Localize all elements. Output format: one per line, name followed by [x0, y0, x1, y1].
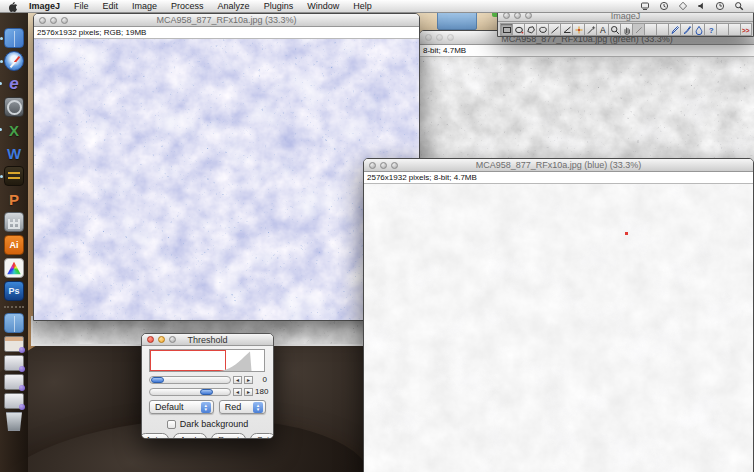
green-window-lights	[425, 34, 454, 41]
tool-polygon[interactable]	[524, 23, 536, 36]
zoom-icon[interactable]	[169, 336, 176, 343]
close-icon[interactable]	[147, 336, 154, 343]
menu-image[interactable]: Image	[125, 0, 164, 12]
tool-rectangle[interactable]	[500, 23, 512, 36]
menu-imagej[interactable]: ImageJ	[22, 0, 67, 12]
dock-tools[interactable]	[4, 166, 24, 186]
stepper-icon: ▴▾	[201, 402, 211, 413]
volume-icon[interactable]	[697, 1, 706, 11]
blue-window-titlebar[interactable]: MCA958_877_RFx10a.jpg (blue) (33.3%)	[364, 159, 753, 172]
dock-finder[interactable]	[4, 28, 24, 48]
close-icon[interactable]	[503, 12, 510, 19]
spotlight-icon[interactable]	[734, 1, 744, 11]
zoom-icon[interactable]	[391, 162, 398, 169]
auto-button[interactable]: Auto	[141, 433, 169, 439]
set-button[interactable]: Set	[250, 433, 274, 439]
minimize-icon[interactable]	[436, 34, 443, 41]
close-icon[interactable]	[39, 17, 46, 24]
dock-calculator[interactable]	[4, 212, 24, 232]
minimize-icon[interactable]	[158, 336, 165, 343]
clock-icon[interactable]	[659, 1, 669, 11]
dock-minimized-window-2[interactable]	[4, 355, 24, 371]
tool-angle[interactable]	[560, 23, 572, 36]
tool-droplet[interactable]	[692, 23, 704, 36]
tool-blank-3[interactable]	[716, 23, 728, 36]
upper-threshold-slider[interactable]	[149, 376, 231, 384]
dock-excel[interactable]: X	[4, 120, 24, 140]
tool-brush[interactable]	[680, 23, 692, 36]
tool-blank-4[interactable]	[728, 23, 740, 36]
dock-safari[interactable]	[4, 51, 24, 71]
tool-wand[interactable]	[584, 23, 596, 36]
blue-channel-image[interactable]	[364, 184, 753, 472]
zoom-icon[interactable]	[447, 34, 454, 41]
minimize-icon[interactable]	[50, 17, 57, 24]
lower-threshold-slider[interactable]	[149, 388, 231, 396]
tool-blank-1[interactable]	[644, 23, 656, 36]
menu-help[interactable]: Help	[346, 0, 379, 12]
tool-help[interactable]: ?	[704, 23, 716, 36]
dark-background-checkbox[interactable]	[167, 420, 176, 429]
window-rgb-image: MCA958_877_RFx10a.jpg (33.3%) 2576x1932 …	[33, 13, 420, 321]
zoom-icon[interactable]	[61, 17, 68, 24]
dock-entourage[interactable]: e	[4, 74, 24, 94]
tool-point[interactable]	[572, 23, 584, 36]
upper-increment-button[interactable]: ▸	[244, 376, 253, 384]
tool-more[interactable]: >>	[740, 23, 752, 36]
display-mode-select[interactable]: Red ▴▾	[219, 400, 266, 414]
display-select-value: Red	[225, 402, 242, 412]
close-icon[interactable]	[425, 34, 432, 41]
tool-blank-2[interactable]	[656, 23, 668, 36]
tool-color-picker[interactable]	[632, 23, 644, 36]
dock-minimized-window-3[interactable]	[4, 374, 24, 390]
tool-oval[interactable]	[512, 23, 524, 36]
tool-magnifier[interactable]	[608, 23, 620, 36]
minimize-icon[interactable]	[380, 162, 387, 169]
menu-analyze[interactable]: Analyze	[211, 0, 257, 12]
zoom-icon[interactable]	[525, 12, 532, 19]
blue-window-status: 2576x1932 pixels; 8-bit; 4.7MB	[364, 172, 753, 184]
threshold-titlebar[interactable]: Threshold	[142, 334, 273, 346]
sync-icon[interactable]	[640, 1, 650, 11]
menu-window[interactable]: Window	[300, 0, 346, 12]
minimize-icon[interactable]	[514, 12, 521, 19]
lower-decrement-button[interactable]: ◂	[233, 388, 242, 396]
upper-slider-thumb[interactable]	[151, 377, 164, 383]
menu-process[interactable]: Process	[164, 0, 211, 12]
svg-text:A: A	[600, 25, 606, 35]
spotlight-diamond-icon[interactable]	[678, 1, 688, 11]
dock-applications-folder[interactable]	[4, 313, 24, 333]
dock-minimized-window-4[interactable]	[4, 393, 24, 409]
method-select-value: Default	[155, 402, 184, 412]
dock-powerpoint[interactable]: P	[4, 189, 24, 209]
rgb-histology-image[interactable]	[34, 39, 419, 320]
dock-minimized-window-1[interactable]	[4, 336, 24, 352]
reset-button[interactable]: Reset	[211, 433, 246, 439]
close-icon[interactable]	[369, 162, 376, 169]
time-machine-icon[interactable]	[715, 1, 725, 11]
dock-colorsync[interactable]	[4, 258, 24, 278]
menu-file[interactable]: File	[67, 0, 96, 12]
dock-messenger[interactable]	[4, 97, 24, 117]
menu-edit[interactable]: Edit	[96, 0, 126, 12]
tool-hand[interactable]	[620, 23, 632, 36]
lower-slider-thumb[interactable]	[200, 389, 213, 395]
dock-photoshop[interactable]: Ps	[4, 281, 24, 301]
apple-menu[interactable]	[9, 1, 18, 12]
upper-threshold-value: 0	[255, 375, 269, 384]
dock-trash[interactable]	[4, 412, 24, 431]
apply-button[interactable]: Apply	[173, 433, 207, 439]
lower-increment-button[interactable]: ▸	[244, 388, 253, 396]
tool-text[interactable]: A	[596, 23, 608, 36]
svg-text:?: ?	[708, 26, 713, 35]
menu-plugins[interactable]: Plugins	[257, 0, 301, 12]
dock-word[interactable]: W	[4, 143, 24, 163]
rgb-window-titlebar[interactable]: MCA958_877_RFx10a.jpg (33.3%)	[34, 14, 419, 27]
upper-decrement-button[interactable]: ◂	[233, 376, 242, 384]
dock-illustrator[interactable]: Ai	[4, 235, 24, 255]
tool-pencil[interactable]	[668, 23, 680, 36]
tool-freehand[interactable]	[536, 23, 548, 36]
tool-line[interactable]	[548, 23, 560, 36]
method-select[interactable]: Default ▴▾	[149, 400, 214, 414]
entourage-glyph: e	[9, 74, 18, 94]
